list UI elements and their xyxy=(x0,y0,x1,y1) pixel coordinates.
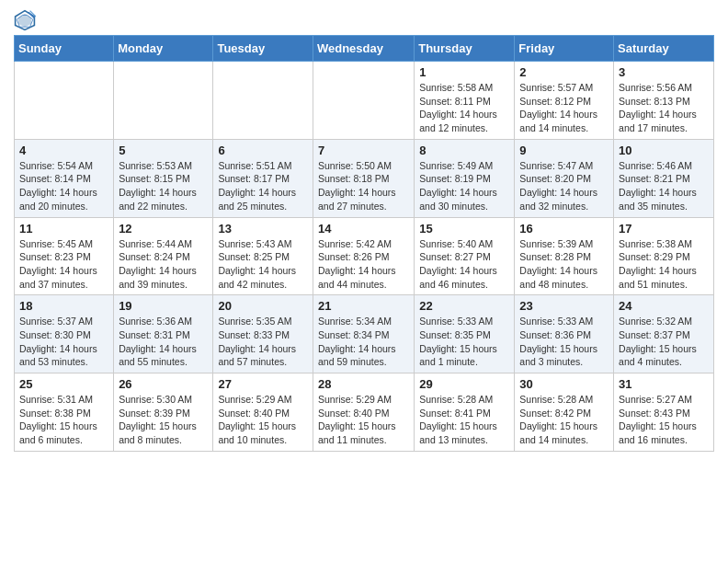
calendar-cell: 18Sunrise: 5:37 AM Sunset: 8:30 PM Dayli… xyxy=(15,295,114,373)
day-info: Sunrise: 5:50 AM Sunset: 8:18 PM Dayligh… xyxy=(318,159,409,213)
day-info: Sunrise: 5:34 AM Sunset: 8:34 PM Dayligh… xyxy=(318,315,409,369)
header xyxy=(14,9,714,31)
day-info: Sunrise: 5:53 AM Sunset: 8:15 PM Dayligh… xyxy=(119,159,208,213)
day-number: 4 xyxy=(19,144,108,157)
day-info: Sunrise: 5:57 AM Sunset: 8:12 PM Dayligh… xyxy=(519,81,609,135)
calendar-week-5: 25Sunrise: 5:31 AM Sunset: 8:38 PM Dayli… xyxy=(15,373,714,452)
day-info: Sunrise: 5:28 AM Sunset: 8:42 PM Dayligh… xyxy=(519,393,609,447)
day-number: 22 xyxy=(419,299,509,313)
calendar-cell: 14Sunrise: 5:42 AM Sunset: 8:26 PM Dayli… xyxy=(313,217,414,295)
calendar-cell: 10Sunrise: 5:46 AM Sunset: 8:21 PM Dayli… xyxy=(614,139,714,217)
day-info: Sunrise: 5:36 AM Sunset: 8:31 PM Dayligh… xyxy=(119,315,208,369)
column-header-wednesday: Wednesday xyxy=(313,36,414,62)
day-info: Sunrise: 5:27 AM Sunset: 8:43 PM Dayligh… xyxy=(619,393,709,447)
calendar-cell xyxy=(15,62,114,140)
day-number: 19 xyxy=(119,299,208,313)
day-number: 20 xyxy=(218,299,308,313)
day-info: Sunrise: 5:31 AM Sunset: 8:38 PM Dayligh… xyxy=(19,393,108,447)
calendar-cell: 17Sunrise: 5:38 AM Sunset: 8:29 PM Dayli… xyxy=(614,217,714,295)
day-info: Sunrise: 5:40 AM Sunset: 8:27 PM Dayligh… xyxy=(419,237,509,292)
calendar-cell: 30Sunrise: 5:28 AM Sunset: 8:42 PM Dayli… xyxy=(515,373,614,452)
column-header-monday: Monday xyxy=(114,36,213,62)
day-info: Sunrise: 5:35 AM Sunset: 8:33 PM Dayligh… xyxy=(218,315,308,369)
page-container: SundayMondayTuesdayWednesdayThursdayFrid… xyxy=(0,0,728,465)
day-number: 18 xyxy=(19,299,108,313)
day-number: 7 xyxy=(318,144,409,157)
day-number: 23 xyxy=(519,299,609,313)
day-number: 9 xyxy=(519,144,609,157)
column-header-tuesday: Tuesday xyxy=(213,36,313,62)
calendar-cell: 26Sunrise: 5:30 AM Sunset: 8:39 PM Dayli… xyxy=(114,373,213,452)
column-header-thursday: Thursday xyxy=(415,36,515,62)
day-number: 8 xyxy=(419,144,509,157)
day-info: Sunrise: 5:49 AM Sunset: 8:19 PM Dayligh… xyxy=(419,159,509,213)
day-number: 29 xyxy=(419,377,509,391)
calendar-cell: 13Sunrise: 5:43 AM Sunset: 8:25 PM Dayli… xyxy=(213,217,313,295)
calendar-cell xyxy=(213,62,313,140)
day-info: Sunrise: 5:39 AM Sunset: 8:28 PM Dayligh… xyxy=(519,237,609,292)
calendar-week-4: 18Sunrise: 5:37 AM Sunset: 8:30 PM Dayli… xyxy=(15,295,714,373)
calendar-cell: 16Sunrise: 5:39 AM Sunset: 8:28 PM Dayli… xyxy=(515,217,614,295)
day-number: 28 xyxy=(318,377,409,391)
day-number: 5 xyxy=(119,144,208,157)
calendar-cell: 6Sunrise: 5:51 AM Sunset: 8:17 PM Daylig… xyxy=(213,139,313,217)
svg-marker-1 xyxy=(18,14,31,27)
calendar-cell: 7Sunrise: 5:50 AM Sunset: 8:18 PM Daylig… xyxy=(313,139,414,217)
day-info: Sunrise: 5:33 AM Sunset: 8:36 PM Dayligh… xyxy=(519,315,609,369)
calendar-cell: 2Sunrise: 5:57 AM Sunset: 8:12 PM Daylig… xyxy=(515,62,614,140)
day-number: 6 xyxy=(218,144,308,157)
day-info: Sunrise: 5:38 AM Sunset: 8:29 PM Dayligh… xyxy=(619,237,709,292)
day-number: 31 xyxy=(619,377,709,391)
day-number: 17 xyxy=(619,222,709,236)
day-info: Sunrise: 5:58 AM Sunset: 8:11 PM Dayligh… xyxy=(419,81,509,135)
calendar-cell: 19Sunrise: 5:36 AM Sunset: 8:31 PM Dayli… xyxy=(114,295,213,373)
day-info: Sunrise: 5:29 AM Sunset: 8:40 PM Dayligh… xyxy=(318,393,409,447)
calendar-cell: 24Sunrise: 5:32 AM Sunset: 8:37 PM Dayli… xyxy=(614,295,714,373)
day-info: Sunrise: 5:29 AM Sunset: 8:40 PM Dayligh… xyxy=(218,393,308,447)
calendar-cell: 22Sunrise: 5:33 AM Sunset: 8:35 PM Dayli… xyxy=(415,295,515,373)
day-info: Sunrise: 5:51 AM Sunset: 8:17 PM Dayligh… xyxy=(218,159,308,213)
day-number: 26 xyxy=(119,377,208,391)
column-header-sunday: Sunday xyxy=(15,36,114,62)
day-info: Sunrise: 5:33 AM Sunset: 8:35 PM Dayligh… xyxy=(419,315,509,369)
calendar-cell: 28Sunrise: 5:29 AM Sunset: 8:40 PM Dayli… xyxy=(313,373,414,452)
column-header-friday: Friday xyxy=(515,36,614,62)
day-info: Sunrise: 5:54 AM Sunset: 8:14 PM Dayligh… xyxy=(19,159,108,213)
calendar-cell: 29Sunrise: 5:28 AM Sunset: 8:41 PM Dayli… xyxy=(415,373,515,452)
calendar-cell: 15Sunrise: 5:40 AM Sunset: 8:27 PM Dayli… xyxy=(415,217,515,295)
calendar-week-2: 4Sunrise: 5:54 AM Sunset: 8:14 PM Daylig… xyxy=(15,139,714,217)
day-number: 14 xyxy=(318,222,409,236)
calendar-cell: 12Sunrise: 5:44 AM Sunset: 8:24 PM Dayli… xyxy=(114,217,213,295)
day-number: 13 xyxy=(218,222,308,236)
day-number: 10 xyxy=(619,144,709,157)
day-number: 3 xyxy=(619,65,709,79)
day-number: 25 xyxy=(19,377,108,391)
day-number: 2 xyxy=(519,65,609,79)
day-info: Sunrise: 5:37 AM Sunset: 8:30 PM Dayligh… xyxy=(19,315,108,369)
calendar-cell: 5Sunrise: 5:53 AM Sunset: 8:15 PM Daylig… xyxy=(114,139,213,217)
day-number: 12 xyxy=(119,222,208,236)
day-info: Sunrise: 5:30 AM Sunset: 8:39 PM Dayligh… xyxy=(119,393,208,447)
calendar-week-1: 1Sunrise: 5:58 AM Sunset: 8:11 PM Daylig… xyxy=(15,62,714,140)
calendar-cell: 9Sunrise: 5:47 AM Sunset: 8:20 PM Daylig… xyxy=(515,139,614,217)
day-number: 24 xyxy=(619,299,709,313)
calendar-cell: 11Sunrise: 5:45 AM Sunset: 8:23 PM Dayli… xyxy=(15,217,114,295)
calendar-cell: 1Sunrise: 5:58 AM Sunset: 8:11 PM Daylig… xyxy=(415,62,515,140)
logo xyxy=(14,9,40,31)
calendar-week-3: 11Sunrise: 5:45 AM Sunset: 8:23 PM Dayli… xyxy=(15,217,714,295)
calendar-cell: 4Sunrise: 5:54 AM Sunset: 8:14 PM Daylig… xyxy=(15,139,114,217)
day-info: Sunrise: 5:45 AM Sunset: 8:23 PM Dayligh… xyxy=(19,237,108,292)
day-info: Sunrise: 5:32 AM Sunset: 8:37 PM Dayligh… xyxy=(619,315,709,369)
calendar-cell xyxy=(114,62,213,140)
calendar-cell: 27Sunrise: 5:29 AM Sunset: 8:40 PM Dayli… xyxy=(213,373,313,452)
calendar-table: SundayMondayTuesdayWednesdayThursdayFrid… xyxy=(14,35,714,452)
calendar-cell: 25Sunrise: 5:31 AM Sunset: 8:38 PM Dayli… xyxy=(15,373,114,452)
logo-icon xyxy=(14,9,36,31)
calendar-header-row: SundayMondayTuesdayWednesdayThursdayFrid… xyxy=(15,36,714,62)
calendar-cell: 20Sunrise: 5:35 AM Sunset: 8:33 PM Dayli… xyxy=(213,295,313,373)
day-info: Sunrise: 5:42 AM Sunset: 8:26 PM Dayligh… xyxy=(318,237,409,292)
day-info: Sunrise: 5:43 AM Sunset: 8:25 PM Dayligh… xyxy=(218,237,308,292)
calendar-cell: 21Sunrise: 5:34 AM Sunset: 8:34 PM Dayli… xyxy=(313,295,414,373)
day-info: Sunrise: 5:28 AM Sunset: 8:41 PM Dayligh… xyxy=(419,393,509,447)
day-number: 30 xyxy=(519,377,609,391)
